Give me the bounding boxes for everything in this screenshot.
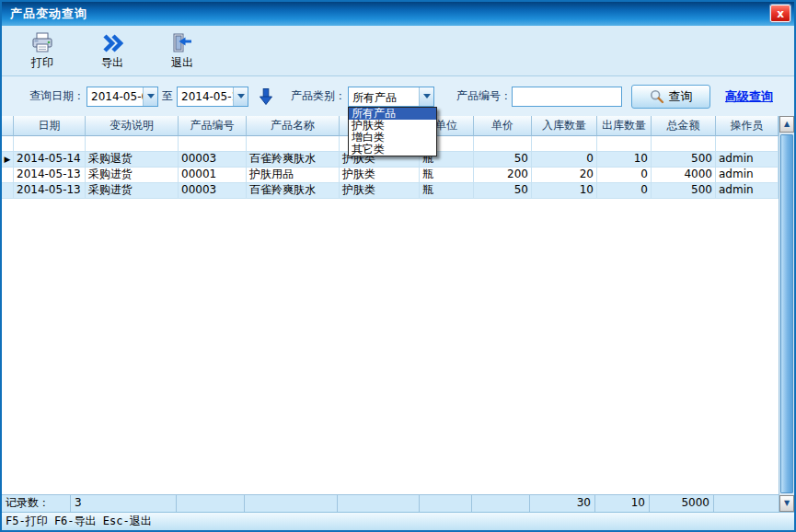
title-bar: 产品变动查询 x [2,2,794,26]
category-option-other[interactable]: 其它类 [349,144,436,156]
record-count-label: 记录数： [2,495,71,512]
scroll-down-button[interactable]: ▼ [779,495,794,512]
col-header-total-amount[interactable]: 总金额 [652,116,716,136]
category-label: 产品类别： [291,88,346,104]
status-bar: F5-打印 F6-导出 Esc-退出 [2,512,794,530]
category-option-skincare[interactable]: 护肤类 [349,120,436,132]
exit-button-label: 退出 [171,55,193,71]
product-code-label: 产品编号： [456,88,512,104]
cell-product-code: 00001 [179,168,247,183]
export-double-chevron-icon [101,31,123,54]
date-to-value: 2014-05-14 [178,87,233,106]
magnifier-icon [650,89,664,104]
cell-operator: admin [716,152,779,168]
col-header-product-code[interactable]: 产品编号 [179,116,247,136]
date-from-dropdown-icon[interactable] [143,87,157,106]
close-icon: x [777,8,784,19]
exit-door-icon [171,31,193,54]
cell-product-name: 百雀羚爽肤水 [247,152,340,168]
data-grid: 日期 变动说明 产品编号 产品名称 产品类别 单位 单价 入库数量 出库数量 总… [2,116,794,512]
advanced-search-link[interactable]: 高级查询 [725,88,773,105]
search-button-label: 查询 [669,88,693,105]
app-window: 产品变动查询 x 打印 [0,0,796,532]
exit-button[interactable]: 退出 [164,31,201,71]
cell-operator: admin [716,183,779,199]
summary-row: 记录数： 3 30 10 5000 [2,494,779,512]
vertical-scrollbar[interactable]: ▲ ▼ [779,116,794,512]
date-to-dropdown-icon[interactable] [233,87,248,106]
scroll-down-icon: ▼ [784,500,790,507]
cell-product-code: 00003 [179,183,247,199]
cell-unit: 瓶 [420,168,474,183]
export-button[interactable]: 导出 [94,31,131,71]
in-qty-total: 30 [530,495,595,512]
toolbar: 打印 导出 退出 [2,26,794,75]
print-button[interactable]: 打印 [24,31,61,71]
cell-in-qty: 0 [532,152,597,168]
date-range-label: 查询日期： [29,88,85,104]
product-code-input[interactable] [512,87,622,107]
cell-in-qty: 20 [532,168,597,183]
col-header-operator[interactable]: 操作员 [716,116,779,136]
out-qty-total: 10 [595,495,650,512]
cell-out-qty: 0 [597,168,652,183]
cell-in-qty: 10 [532,183,597,199]
cell-date: 2014-05-13 15 [14,183,86,199]
col-header-date[interactable]: 日期 [14,116,86,136]
cell-total-amount: 500 [652,152,716,168]
apply-date-down-arrow-icon[interactable] [258,87,274,106]
status-bar-text: F5-打印 F6-导出 Esc-退出 [6,514,152,529]
cell-unit: 瓶 [420,183,474,199]
print-button-label: 打印 [31,55,53,71]
category-combobox[interactable]: 所有产品 所有产品 护肤类 增白类 其它类 [348,87,434,107]
cell-total-amount: 4000 [652,168,716,183]
date-from-combobox[interactable]: 2014-05-01 [87,87,158,107]
export-button-label: 导出 [101,55,123,71]
cell-date: 2014-05-13 15 [14,168,86,183]
category-option-whitening[interactable]: 增白类 [349,132,436,144]
cell-unit-price: 200 [474,168,532,183]
grid-empty-area [2,199,779,494]
cell-category: 护肤类 [340,168,420,183]
cell-product-code: 00003 [179,152,247,168]
cell-out-qty: 0 [597,183,652,199]
table-row[interactable]: 2014-05-13 15 采购进货 00001 护肤用品 护肤类 瓶 200 … [2,168,779,183]
cell-change-desc: 采购进货 [86,168,179,183]
date-to-combobox[interactable]: 2014-05-14 [177,87,248,107]
scroll-up-button[interactable]: ▲ [779,116,794,133]
cell-total-amount: 500 [652,183,716,199]
col-header-in-qty[interactable]: 入库数量 [532,116,597,136]
col-header-product-name[interactable]: 产品名称 [247,116,340,136]
record-count-value: 3 [71,495,177,512]
col-header-out-qty[interactable]: 出库数量 [597,116,652,136]
search-button[interactable]: 查询 [631,85,710,109]
col-header-selector [2,116,14,136]
col-header-unit-price[interactable]: 单价 [474,116,532,136]
col-header-change-desc[interactable]: 变动说明 [86,116,179,136]
cell-unit-price: 50 [474,152,532,168]
cell-unit-price: 50 [474,183,532,199]
scroll-up-icon: ▲ [784,121,790,128]
category-option-all[interactable]: 所有产品 [349,108,436,120]
cell-product-name: 护肤用品 [247,168,340,183]
close-button[interactable]: x [770,5,790,22]
cell-operator: admin [716,168,779,183]
printer-icon [31,31,53,54]
row-selector-icon: ▶ [2,152,14,168]
cell-date: 2014-05-14 10 [14,152,86,168]
category-value: 所有产品 [349,87,419,106]
date-to-label: 至 [162,88,173,104]
cell-out-qty: 10 [597,152,652,168]
table-row[interactable]: 2014-05-13 15 采购进货 00003 百雀羚爽肤水 护肤类 瓶 50… [2,183,779,199]
amount-total: 5000 [650,495,714,512]
category-dropdown-icon[interactable] [419,87,433,106]
filter-bar: 查询日期： 2014-05-01 至 2014-05-14 产品类别： 所有产品… [2,75,794,116]
cell-product-name: 百雀羚爽肤水 [247,183,340,199]
scrollbar-thumb[interactable] [780,134,793,493]
cell-change-desc: 采购退货 [86,152,179,168]
date-from-value: 2014-05-01 [87,87,143,106]
cell-category: 护肤类 [340,183,420,199]
category-dropdown-list: 所有产品 护肤类 增白类 其它类 [348,107,437,156]
window-title: 产品变动查询 [2,6,87,22]
cell-change-desc: 采购进货 [86,183,179,199]
